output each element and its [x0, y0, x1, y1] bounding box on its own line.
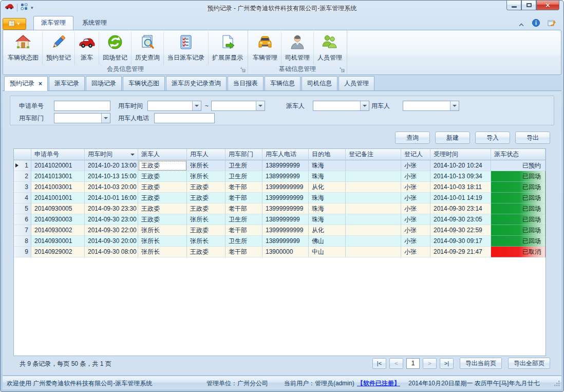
grid-cell[interactable]: 老干部 — [225, 225, 262, 236]
dispatch-status-cell[interactable]: 已取消 — [491, 247, 546, 257]
grid-cell[interactable]: 20140930005 — [31, 203, 85, 214]
grid-cell[interactable]: 13999999999 — [262, 225, 309, 236]
grid-cell[interactable]: 13900000 — [262, 247, 309, 257]
combo-arrow-icon[interactable] — [101, 114, 110, 123]
query-button[interactable]: 查询 — [395, 132, 430, 144]
grid-cell[interactable] — [346, 247, 401, 257]
page-number-input[interactable]: 1 — [406, 358, 420, 369]
grid-cell[interactable]: 2014-09-30 22:00 — [85, 225, 138, 236]
row-selector-cell[interactable]: 2 — [14, 171, 31, 182]
grid-cell[interactable]: 王政委 — [187, 182, 225, 193]
grid-cell[interactable]: 2014-09-30 23:30 — [85, 203, 138, 214]
column-header[interactable]: 受理时间 — [430, 149, 491, 160]
ribbon-tab[interactable]: 派车管理 — [33, 16, 73, 30]
grid-cell[interactable]: 2014-09-29 21:47 — [430, 247, 491, 257]
grid-cell[interactable]: 2014-09-30 23:05 — [430, 214, 491, 225]
prev-page-button[interactable]: < — [389, 358, 403, 369]
table-row[interactable]: 2201410130012014-10-13 15:00王政委张所长卫生所138… — [14, 171, 546, 182]
grid-cell[interactable]: 2014-09-30 22:59 — [430, 225, 491, 236]
grid-cell[interactable]: 张所长 — [138, 247, 187, 257]
combo-arrow-icon[interactable] — [450, 101, 459, 110]
grid-cell[interactable]: 13999999999 — [262, 203, 309, 214]
grid-cell[interactable]: 2014-10-20 13:00 — [85, 160, 138, 171]
column-header[interactable]: 申请单号 — [31, 149, 85, 160]
grid-cell[interactable]: 从化 — [309, 182, 346, 193]
grid-cell[interactable]: 从化 — [309, 225, 346, 236]
dispatch-status-cell[interactable]: 已回场 — [491, 193, 546, 203]
document-tab[interactable]: 车辆信息 — [265, 76, 300, 90]
ribbon-button[interactable]: 历史查询 — [131, 31, 164, 65]
row-selector-header[interactable] — [14, 149, 31, 160]
grid-cell[interactable]: 老干部 — [225, 182, 262, 193]
grid-cell[interactable]: 20141013001 — [31, 171, 85, 182]
grid-cell[interactable]: 20140930002 — [31, 225, 85, 236]
export-all-pages-button[interactable]: 导出全部页 — [508, 358, 550, 369]
grid-cell[interactable]: 张所长 — [187, 171, 225, 182]
new-button[interactable]: 新建 — [435, 132, 470, 144]
use-time-from-combo[interactable] — [147, 101, 201, 111]
table-row[interactable]: 9201409290022014-09-30 08:00张所长王政委老干部139… — [14, 247, 546, 257]
grid-cell[interactable]: 佛山 — [309, 236, 346, 247]
dispatch-status-cell[interactable]: 已回场 — [491, 171, 546, 182]
grid-cell[interactable]: 2014-10-13 09:34 — [430, 171, 491, 182]
grid-cell[interactable]: 13999999999 — [262, 193, 309, 203]
row-selector-cell[interactable]: 8 — [14, 236, 31, 247]
grid-cell[interactable] — [346, 160, 401, 171]
grid-cell[interactable]: 小张 — [401, 247, 430, 257]
grid-cell[interactable]: 王政委 — [138, 160, 187, 171]
grid-cell[interactable] — [346, 171, 401, 182]
table-row[interactable]: 1201410200012014-10-20 13:00王政委张所长卫生所138… — [14, 160, 546, 171]
document-tab[interactable]: 预约记录× — [4, 76, 48, 91]
table-row[interactable]: 8201409300012014-09-30 20:00张所长张所长卫生所138… — [14, 236, 546, 247]
table-row[interactable]: 4201410010012014-10-01 16:00王政委王政委老干部139… — [14, 193, 546, 203]
grid-cell[interactable]: 张所长 — [187, 160, 225, 171]
grid-cell[interactable]: 2014-10-01 14:19 — [430, 193, 491, 203]
column-header[interactable]: 用车人 — [187, 149, 225, 160]
column-header[interactable]: 派车状态 — [491, 149, 546, 160]
column-header[interactable]: 登记人 — [401, 149, 430, 160]
column-header[interactable]: 用车时间 — [85, 149, 138, 160]
grid-cell[interactable] — [346, 214, 401, 225]
document-tab[interactable]: 派车历史记录查询 — [166, 76, 227, 90]
row-selector-cell[interactable]: 5 — [14, 203, 31, 214]
ribbon-button[interactable]: 车辆状态图 — [4, 31, 43, 65]
minimize-button[interactable] — [506, 1, 521, 10]
ribbon-button[interactable]: 车辆管理 — [249, 31, 281, 65]
grid-cell[interactable]: 卫生所 — [225, 214, 262, 225]
combo-arrow-icon[interactable] — [256, 101, 265, 110]
grid-cell[interactable]: 老干部 — [225, 203, 262, 214]
ribbon-button[interactable]: 回场登记 — [99, 31, 131, 65]
grid-cell[interactable]: 2014-09-30 23:14 — [430, 203, 491, 214]
grid-cell[interactable]: 张所长 — [138, 236, 187, 247]
column-header[interactable]: 目的地 — [309, 149, 346, 160]
grid-cell[interactable]: 2014-09-30 20:00 — [85, 236, 138, 247]
table-row[interactable]: 5201409300052014-09-30 23:30王政委王政委老干部139… — [14, 203, 546, 214]
grid-cell[interactable]: 王政委 — [187, 203, 225, 214]
grid-cell[interactable]: 老干部 — [225, 193, 262, 203]
grid-cell[interactable]: 小张 — [401, 171, 430, 182]
grid-cell[interactable]: 小张 — [401, 203, 430, 214]
document-tab[interactable]: 派车记录 — [49, 76, 85, 90]
ribbon-button[interactable]: 司机管理 — [281, 31, 314, 65]
department-combo[interactable] — [54, 113, 110, 123]
column-header[interactable]: 用车部门 — [225, 149, 262, 160]
application-menu-button[interactable]: ▼ — [3, 18, 26, 30]
row-selector-cell[interactable]: 4 — [14, 193, 31, 203]
grid-cell[interactable]: 王政委 — [138, 203, 187, 214]
combo-arrow-icon[interactable] — [360, 101, 369, 110]
row-selector-cell[interactable]: 9 — [14, 247, 31, 257]
import-button[interactable]: 导入 — [475, 132, 510, 144]
dialog-launcher-icon[interactable] — [240, 66, 246, 75]
grid-cell[interactable]: 王政委 — [187, 193, 225, 203]
grid-cell[interactable]: 小张 — [401, 160, 430, 171]
grid-cell[interactable]: 2014-10-03 20:00 — [85, 182, 138, 193]
document-tab[interactable]: 司机信息 — [302, 76, 337, 90]
phone-input[interactable] — [154, 113, 215, 123]
grid-cell[interactable]: 20141020001 — [31, 160, 85, 171]
document-tab[interactable]: 当日报表 — [228, 76, 264, 90]
first-page-button[interactable]: |< — [372, 358, 386, 369]
row-selector-cell[interactable]: 6 — [14, 214, 31, 225]
request-no-input[interactable] — [54, 101, 110, 111]
row-selector-cell[interactable]: 7 — [14, 225, 31, 236]
grid-cell[interactable]: 珠海 — [309, 171, 346, 182]
